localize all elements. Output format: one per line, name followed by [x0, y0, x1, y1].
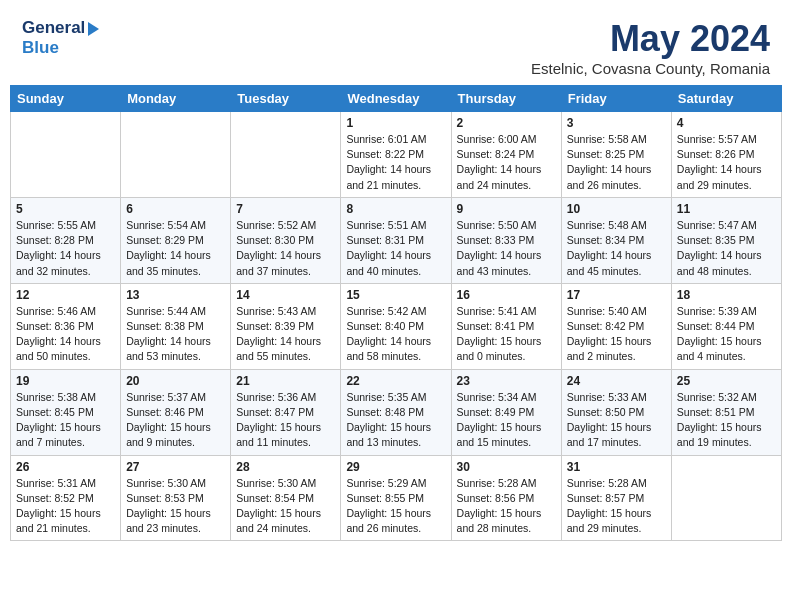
weekday-header-saturday: Saturday: [671, 86, 781, 112]
day-number: 14: [236, 288, 335, 302]
day-info-line: Daylight: 15 hours: [16, 506, 115, 521]
day-info-line: Sunrise: 5:40 AM: [567, 304, 666, 319]
weekday-header-sunday: Sunday: [11, 86, 121, 112]
day-info-line: Sunrise: 6:00 AM: [457, 132, 556, 147]
day-info-line: Sunrise: 5:30 AM: [236, 476, 335, 491]
calendar-cell: 22Sunrise: 5:35 AMSunset: 8:48 PMDayligh…: [341, 369, 451, 455]
day-info-line: Daylight: 15 hours: [677, 420, 776, 435]
day-info-line: and 21 minutes.: [346, 178, 445, 193]
day-number: 3: [567, 116, 666, 130]
day-number: 7: [236, 202, 335, 216]
calendar-cell: [121, 112, 231, 198]
day-info-line: Sunset: 8:55 PM: [346, 491, 445, 506]
day-info-line: Sunrise: 5:28 AM: [567, 476, 666, 491]
calendar-cell: 10Sunrise: 5:48 AMSunset: 8:34 PMDayligh…: [561, 197, 671, 283]
day-number: 2: [457, 116, 556, 130]
day-info-line: Sunrise: 5:37 AM: [126, 390, 225, 405]
day-info-line: and 7 minutes.: [16, 435, 115, 450]
day-info-line: Daylight: 14 hours: [677, 248, 776, 263]
calendar-cell: 20Sunrise: 5:37 AMSunset: 8:46 PMDayligh…: [121, 369, 231, 455]
day-info-line: Daylight: 14 hours: [567, 248, 666, 263]
day-info-line: and 9 minutes.: [126, 435, 225, 450]
calendar-cell: 1Sunrise: 6:01 AMSunset: 8:22 PMDaylight…: [341, 112, 451, 198]
day-info-line: Daylight: 14 hours: [236, 248, 335, 263]
day-info-line: Daylight: 15 hours: [16, 420, 115, 435]
day-number: 29: [346, 460, 445, 474]
day-info-line: and 26 minutes.: [567, 178, 666, 193]
day-info-line: Daylight: 15 hours: [126, 506, 225, 521]
calendar-cell: 25Sunrise: 5:32 AMSunset: 8:51 PMDayligh…: [671, 369, 781, 455]
weekday-header-friday: Friday: [561, 86, 671, 112]
day-info-line: Daylight: 14 hours: [346, 162, 445, 177]
day-info-line: Sunset: 8:31 PM: [346, 233, 445, 248]
day-number: 5: [16, 202, 115, 216]
day-info-line: and 28 minutes.: [457, 521, 556, 536]
day-info-line: Daylight: 15 hours: [677, 334, 776, 349]
day-number: 15: [346, 288, 445, 302]
calendar-cell: 11Sunrise: 5:47 AMSunset: 8:35 PMDayligh…: [671, 197, 781, 283]
weekday-header-monday: Monday: [121, 86, 231, 112]
calendar-cell: 19Sunrise: 5:38 AMSunset: 8:45 PMDayligh…: [11, 369, 121, 455]
day-info-line: Sunrise: 5:34 AM: [457, 390, 556, 405]
day-number: 18: [677, 288, 776, 302]
calendar-cell: 7Sunrise: 5:52 AMSunset: 8:30 PMDaylight…: [231, 197, 341, 283]
day-info-line: and 2 minutes.: [567, 349, 666, 364]
day-info-line: and 32 minutes.: [16, 264, 115, 279]
day-info-line: and 23 minutes.: [126, 521, 225, 536]
day-info-line: Daylight: 15 hours: [567, 334, 666, 349]
logo: General Blue: [22, 18, 99, 58]
day-info-line: Sunset: 8:48 PM: [346, 405, 445, 420]
day-info-line: Sunset: 8:34 PM: [567, 233, 666, 248]
day-info-line: Daylight: 14 hours: [126, 334, 225, 349]
day-info-line: and 24 minutes.: [457, 178, 556, 193]
day-info-line: Sunset: 8:46 PM: [126, 405, 225, 420]
day-info-line: Sunset: 8:39 PM: [236, 319, 335, 334]
day-info-line: and 50 minutes.: [16, 349, 115, 364]
logo-blue: Blue: [22, 38, 59, 57]
day-info-line: Daylight: 14 hours: [16, 334, 115, 349]
day-info-line: Sunset: 8:40 PM: [346, 319, 445, 334]
day-info-line: Sunset: 8:51 PM: [677, 405, 776, 420]
calendar-cell: 16Sunrise: 5:41 AMSunset: 8:41 PMDayligh…: [451, 283, 561, 369]
calendar-cell: [231, 112, 341, 198]
calendar-cell: 31Sunrise: 5:28 AMSunset: 8:57 PMDayligh…: [561, 455, 671, 541]
calendar-cell: 14Sunrise: 5:43 AMSunset: 8:39 PMDayligh…: [231, 283, 341, 369]
month-title: May 2024: [531, 18, 770, 60]
day-info-line: Daylight: 14 hours: [346, 248, 445, 263]
page-header: General Blue May 2024 Estelnic, Covasna …: [10, 10, 782, 81]
day-info-line: Sunset: 8:52 PM: [16, 491, 115, 506]
calendar-cell: 4Sunrise: 5:57 AMSunset: 8:26 PMDaylight…: [671, 112, 781, 198]
calendar-cell: 26Sunrise: 5:31 AMSunset: 8:52 PMDayligh…: [11, 455, 121, 541]
day-info-line: Sunset: 8:24 PM: [457, 147, 556, 162]
calendar-cell: 2Sunrise: 6:00 AMSunset: 8:24 PMDaylight…: [451, 112, 561, 198]
day-info-line: Sunrise: 5:30 AM: [126, 476, 225, 491]
calendar-cell: 9Sunrise: 5:50 AMSunset: 8:33 PMDaylight…: [451, 197, 561, 283]
day-info-line: and 58 minutes.: [346, 349, 445, 364]
day-number: 24: [567, 374, 666, 388]
day-number: 13: [126, 288, 225, 302]
day-number: 26: [16, 460, 115, 474]
day-info-line: Daylight: 14 hours: [16, 248, 115, 263]
day-number: 27: [126, 460, 225, 474]
day-info-line: Sunrise: 5:50 AM: [457, 218, 556, 233]
day-info-line: Sunrise: 5:54 AM: [126, 218, 225, 233]
day-info-line: Sunset: 8:57 PM: [567, 491, 666, 506]
weekday-header-tuesday: Tuesday: [231, 86, 341, 112]
day-number: 30: [457, 460, 556, 474]
calendar-cell: 28Sunrise: 5:30 AMSunset: 8:54 PMDayligh…: [231, 455, 341, 541]
day-number: 25: [677, 374, 776, 388]
day-info-line: Daylight: 15 hours: [457, 334, 556, 349]
calendar-table: SundayMondayTuesdayWednesdayThursdayFrid…: [10, 85, 782, 541]
day-number: 16: [457, 288, 556, 302]
location-title: Estelnic, Covasna County, Romania: [531, 60, 770, 77]
day-number: 10: [567, 202, 666, 216]
day-info-line: Sunset: 8:49 PM: [457, 405, 556, 420]
day-info-line: and 17 minutes.: [567, 435, 666, 450]
day-number: 31: [567, 460, 666, 474]
day-info-line: and 0 minutes.: [457, 349, 556, 364]
day-info-line: Sunrise: 5:58 AM: [567, 132, 666, 147]
day-info-line: Sunrise: 5:39 AM: [677, 304, 776, 319]
day-info-line: Sunset: 8:54 PM: [236, 491, 335, 506]
day-info-line: Sunrise: 5:47 AM: [677, 218, 776, 233]
day-info-line: and 19 minutes.: [677, 435, 776, 450]
